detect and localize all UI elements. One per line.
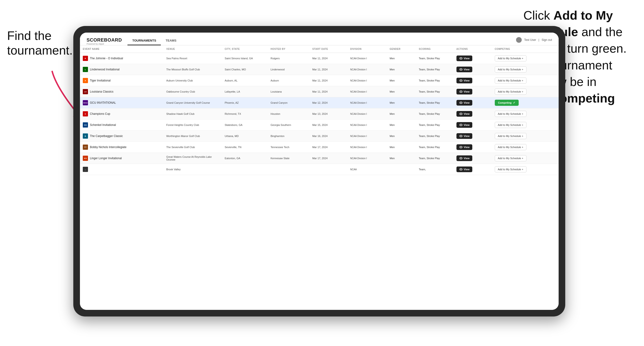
city-text: Saint Charles, MO <box>225 68 246 71</box>
add-schedule-button[interactable]: Add to My Schedule + <box>495 89 526 95</box>
user-name: Test User <box>524 38 536 42</box>
add-schedule-button[interactable]: Add to My Schedule + <box>495 77 526 84</box>
date-text: Mar 11, 2024 <box>312 57 328 60</box>
team-logo: L <box>83 67 88 72</box>
view-button[interactable]: View <box>456 55 472 61</box>
city-text: Richmond, TX <box>225 112 241 115</box>
add-schedule-label: Add to My Schedule + <box>498 157 524 160</box>
svg-point-17 <box>460 136 462 137</box>
th-competing: COMPETING <box>492 45 558 53</box>
tab-teams[interactable]: TEAMS <box>161 36 181 45</box>
add-schedule-button[interactable]: Add to My Schedule + <box>495 144 526 150</box>
table-row: ... Brook ValleyNCAATeam, View Add to My… <box>80 164 558 175</box>
view-button[interactable]: View <box>456 167 472 172</box>
venue-text: Worthington Manor Golf Club <box>166 135 200 138</box>
scoring-text: Team, Stroke Play <box>419 124 440 126</box>
division-text: NCAA Division I <box>350 57 367 60</box>
view-button[interactable]: View <box>456 122 472 128</box>
view-button[interactable]: View <box>456 156 472 161</box>
eye-icon <box>459 68 462 71</box>
view-button[interactable]: View <box>456 67 472 72</box>
division-text: NCAA Division I <box>350 102 367 104</box>
add-schedule-button[interactable]: Add to My Schedule + <box>495 122 526 128</box>
table-header-row: EVENT NAME VENUE CITY, STATE HOSTED BY S… <box>80 45 558 53</box>
team-logo: H <box>83 111 88 116</box>
svg-point-3 <box>460 58 462 59</box>
venue-text: Sea Palms Resort <box>166 57 187 60</box>
eye-icon <box>459 135 462 137</box>
scoring-text: Team, Stroke Play <box>419 68 440 71</box>
add-schedule-label: Add to My Schedule + <box>498 79 524 82</box>
add-schedule-button[interactable]: Add to My Schedule + <box>495 133 526 139</box>
add-schedule-button[interactable]: Add to My Schedule + <box>495 111 526 117</box>
event-name-cell: H Champions Cup <box>83 111 160 116</box>
eye-icon <box>459 79 462 82</box>
table-row: A Tiger Invitational Auburn University C… <box>80 75 558 86</box>
svg-point-9 <box>460 91 462 92</box>
view-button[interactable]: View <box>456 133 472 139</box>
city-text: Auburn, AL <box>225 79 238 82</box>
tab-tournaments[interactable]: TOURNAMENTS <box>128 36 161 45</box>
th-gender: GENDER <box>387 45 416 53</box>
tablet-screen: SCOREBOARD Powered by clippd TOURNAMENTS… <box>80 33 558 310</box>
venue-text: The Missouri Bluffs Golf Club <box>166 68 200 71</box>
scoring-text: Team, Stroke Play <box>419 101 440 104</box>
division-text: NCAA Division I <box>350 124 367 126</box>
svg-point-23 <box>460 169 462 170</box>
gender-text: Men <box>390 124 395 126</box>
view-button[interactable]: View <box>456 89 472 94</box>
hosted-text: Grand Canyon <box>270 101 288 104</box>
view-button[interactable]: View <box>456 144 472 150</box>
eye-icon <box>459 102 462 104</box>
sign-out-link[interactable]: Sign out <box>542 38 552 42</box>
table-row: GCU GCU INVITATIONAL Grand Canyon Univer… <box>80 97 558 108</box>
date-text: Mar 15, 2024 <box>312 124 328 126</box>
city-text: Statesboro, GA <box>225 124 242 126</box>
logo-text: SCOREBOARD <box>86 37 122 42</box>
venue-text: Shadow Hawk Golf Club <box>166 112 194 115</box>
city-text: Saint Simons Island, GA <box>225 57 253 60</box>
scoring-text: Team, Stroke Play <box>419 146 440 149</box>
th-city: CITY, STATE <box>222 45 268 53</box>
svg-point-21 <box>460 158 462 159</box>
gender-text: Men <box>390 79 395 82</box>
event-name: Schenkel Invitational <box>90 123 116 127</box>
hosted-text: Lindenwood <box>270 68 284 71</box>
logo-area: SCOREBOARD Powered by clippd <box>86 37 122 45</box>
scoring-text: Team, Stroke Play <box>419 112 440 115</box>
date-text: Mar 11, 2024 <box>312 90 328 93</box>
gender-text: Men <box>390 157 395 160</box>
table-row: H Champions Cup Shadow Hawk Golf ClubRic… <box>80 108 558 120</box>
add-schedule-button[interactable]: Add to My Schedule + <box>495 66 526 72</box>
eye-icon <box>459 157 462 160</box>
gender-text: Men <box>390 68 395 71</box>
eye-icon <box>459 124 462 126</box>
separator: | <box>538 38 539 42</box>
division-text: NCAA Division I <box>350 79 367 82</box>
view-button[interactable]: View <box>456 111 472 117</box>
event-name: Louisiana Classics <box>90 90 113 93</box>
team-logo: GCU <box>83 100 88 105</box>
add-schedule-label: Add to My Schedule + <box>498 135 524 138</box>
logo-sub: Powered by clippd <box>86 43 122 45</box>
team-logo: B <box>83 134 88 139</box>
date-text: Mar 17, 2024 <box>312 157 328 160</box>
venue-text: Brook Valley <box>166 168 181 171</box>
event-name-cell: R The Johnnie - O Individual <box>83 56 160 61</box>
city-text: Sevierville, TN <box>225 146 242 149</box>
add-schedule-button[interactable]: Add to My Schedule + <box>495 166 526 173</box>
event-name-cell: LA Louisiana Classics <box>83 89 160 94</box>
add-schedule-button[interactable]: Add to My Schedule + <box>495 155 526 161</box>
table-row: R The Johnnie - O Individual Sea Palms R… <box>80 53 558 64</box>
view-button[interactable]: View <box>456 78 472 83</box>
table-row: B The Carpetbagger Classic Worthington M… <box>80 131 558 142</box>
hosted-text: Houston <box>270 112 280 115</box>
th-division: DIVISION <box>348 45 387 53</box>
view-button[interactable]: View <box>456 100 472 106</box>
event-name: Tiger Invitational <box>90 79 111 82</box>
add-schedule-button[interactable]: Add to My Schedule + <box>495 55 526 61</box>
competing-button[interactable]: Competing ✓ <box>495 100 519 106</box>
gender-text: Men <box>390 101 395 104</box>
table-row: L Lindenwood Invitational The Missouri B… <box>80 64 558 75</box>
gender-text: Men <box>390 112 395 115</box>
